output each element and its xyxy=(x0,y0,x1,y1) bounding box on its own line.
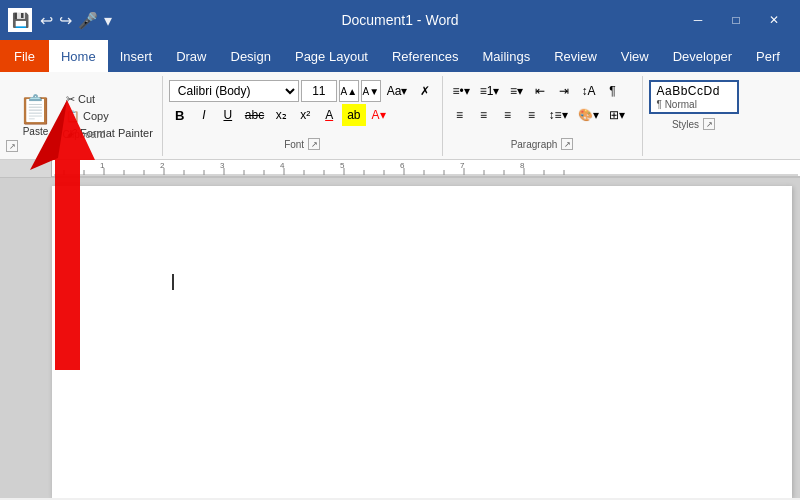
normal-style-button[interactable]: AaBbCcDd ¶ Normal xyxy=(649,80,739,114)
font-expand-icon[interactable]: ↗ xyxy=(308,138,320,150)
menu-item-insert[interactable]: Insert xyxy=(108,40,165,72)
copy-button[interactable]: 📋 Copy xyxy=(63,109,156,124)
maximize-button[interactable]: □ xyxy=(718,5,754,35)
title-bar: 💾 ↩ ↪ 🎤 ▾ Document1 - Word ─ □ ✕ xyxy=(0,0,800,40)
menu-item-draw[interactable]: Draw xyxy=(164,40,218,72)
svg-text:3: 3 xyxy=(220,161,225,170)
font-case-button[interactable]: Aa▾ xyxy=(383,80,412,102)
cut-button[interactable]: ✂ Cut xyxy=(63,92,156,107)
menu-item-design[interactable]: Design xyxy=(219,40,283,72)
style-normal-label: ¶ Normal xyxy=(657,99,697,110)
multilevel-list-button[interactable]: ≡▾ xyxy=(505,80,527,102)
align-center-button[interactable]: ≡ xyxy=(473,104,495,126)
document-area xyxy=(0,178,800,498)
font-name-select[interactable]: Calibri (Body) xyxy=(169,80,299,102)
font-row-1: Calibri (Body) A▲ A▼ Aa▾ ✗ xyxy=(169,80,436,102)
show-hide-button[interactable]: ¶ xyxy=(601,80,623,102)
shading-button[interactable]: 🎨▾ xyxy=(574,104,603,126)
ruler-marks: 1 2 3 4 5 6 7 xyxy=(52,160,800,177)
dropdown-icon[interactable]: ▾ xyxy=(104,11,112,30)
clipboard-expand-icon[interactable]: ↗ xyxy=(6,140,18,152)
menu-item-pagelayout[interactable]: Page Layout xyxy=(283,40,380,72)
menu-item-developer[interactable]: Developer xyxy=(661,40,744,72)
decrease-indent-button[interactable]: ⇤ xyxy=(529,80,551,102)
text-cursor xyxy=(172,274,174,290)
strikethrough-button[interactable]: abc xyxy=(241,104,268,126)
bullet-list-button[interactable]: ≡•▾ xyxy=(449,80,474,102)
document-sidebar xyxy=(0,178,52,498)
svg-text:4: 4 xyxy=(280,161,285,170)
menu-item-references[interactable]: References xyxy=(380,40,470,72)
increase-indent-button[interactable]: ⇥ xyxy=(553,80,575,102)
style-preview-text: AaBbCcDd xyxy=(657,84,720,98)
font-group-label: Font ↗ xyxy=(169,138,436,152)
ruler: 1 2 3 4 5 6 7 xyxy=(0,160,800,178)
menu-item-view[interactable]: View xyxy=(609,40,661,72)
ribbon: 📋 Paste ✂ Cut 📋 Copy 🖌 Format Painter Cl… xyxy=(0,72,800,160)
svg-text:1: 1 xyxy=(100,161,105,170)
svg-text:7: 7 xyxy=(460,161,465,170)
numbered-list-button[interactable]: ≡1▾ xyxy=(476,80,504,102)
redo-icon[interactable]: ↪ xyxy=(59,11,72,30)
highlight-button[interactable]: ab xyxy=(342,104,365,126)
sort-button[interactable]: ↕A xyxy=(577,80,599,102)
undo-icon[interactable]: ↩ xyxy=(40,11,53,30)
window-controls: ─ □ ✕ xyxy=(680,5,792,35)
para-row-1: ≡•▾ ≡1▾ ≡▾ ⇤ ⇥ ↕A ¶ xyxy=(449,80,636,102)
title-bar-left: 💾 ↩ ↪ 🎤 ▾ xyxy=(8,8,112,32)
borders-button[interactable]: ⊞▾ xyxy=(605,104,629,126)
save-button[interactable]: 💾 xyxy=(8,8,32,32)
styles-group-label: Styles ↗ xyxy=(649,118,739,132)
clear-format-button[interactable]: ✗ xyxy=(414,80,436,102)
menu-item-file[interactable]: File xyxy=(0,40,49,72)
underline-button[interactable]: U xyxy=(217,104,239,126)
minimize-button[interactable]: ─ xyxy=(680,5,716,35)
paragraph-group: ≡•▾ ≡1▾ ≡▾ ⇤ ⇥ ↕A ¶ ≡ ≡ ≡ ≡ ↕≡▾ 🎨▾ ⊞▾ Pa… xyxy=(443,76,643,156)
mic-icon[interactable]: 🎤 xyxy=(78,11,98,30)
styles-expand-icon[interactable]: ↗ xyxy=(703,118,715,130)
align-left-button[interactable]: ≡ xyxy=(449,104,471,126)
line-spacing-button[interactable]: ↕≡▾ xyxy=(545,104,572,126)
font-row-2: B I U abc x₂ x² A ab A▾ xyxy=(169,104,436,126)
subscript-button[interactable]: x₂ xyxy=(270,104,292,126)
svg-text:6: 6 xyxy=(400,161,405,170)
ruler-corner xyxy=(0,160,52,177)
styles-group: AaBbCcDd ¶ Normal Styles ↗ xyxy=(643,76,745,156)
font-size-input[interactable] xyxy=(301,80,337,102)
menu-item-mailings[interactable]: Mailings xyxy=(470,40,542,72)
menu-item-review[interactable]: Review xyxy=(542,40,609,72)
font-size-decrease-button[interactable]: A▼ xyxy=(361,80,381,102)
paste-icon: 📋 xyxy=(18,96,53,124)
menu-bar: File Home Insert Draw Design Page Layout… xyxy=(0,40,800,72)
clipboard-label: Clipboard ↗ xyxy=(6,129,162,152)
font-size-increase-button[interactable]: A▲ xyxy=(339,80,359,102)
superscript-button[interactable]: x² xyxy=(294,104,316,126)
svg-text:5: 5 xyxy=(340,161,345,170)
font-color2-button[interactable]: A▾ xyxy=(368,104,390,126)
font-color-button[interactable]: A xyxy=(318,104,340,126)
close-button[interactable]: ✕ xyxy=(756,5,792,35)
paragraph-expand-icon[interactable]: ↗ xyxy=(561,138,573,150)
italic-button[interactable]: I xyxy=(193,104,215,126)
justify-button[interactable]: ≡ xyxy=(521,104,543,126)
svg-text:2: 2 xyxy=(160,161,165,170)
title-bar-icons: ↩ ↪ 🎤 ▾ xyxy=(40,11,112,30)
svg-text:8: 8 xyxy=(520,161,525,170)
paragraph-group-label: Paragraph ↗ xyxy=(449,138,636,152)
document-page[interactable] xyxy=(52,186,792,498)
align-right-button[interactable]: ≡ xyxy=(497,104,519,126)
font-group: Calibri (Body) A▲ A▼ Aa▾ ✗ B I U abc x₂ … xyxy=(163,76,443,156)
menu-item-perf[interactable]: Perf xyxy=(744,40,792,72)
para-row-2: ≡ ≡ ≡ ≡ ↕≡▾ 🎨▾ ⊞▾ xyxy=(449,104,636,126)
bold-button[interactable]: B xyxy=(169,104,191,126)
window-title: Document1 - Word xyxy=(341,12,458,28)
menu-item-home[interactable]: Home xyxy=(49,40,108,72)
clipboard-group: 📋 Paste ✂ Cut 📋 Copy 🖌 Format Painter Cl… xyxy=(6,76,163,156)
